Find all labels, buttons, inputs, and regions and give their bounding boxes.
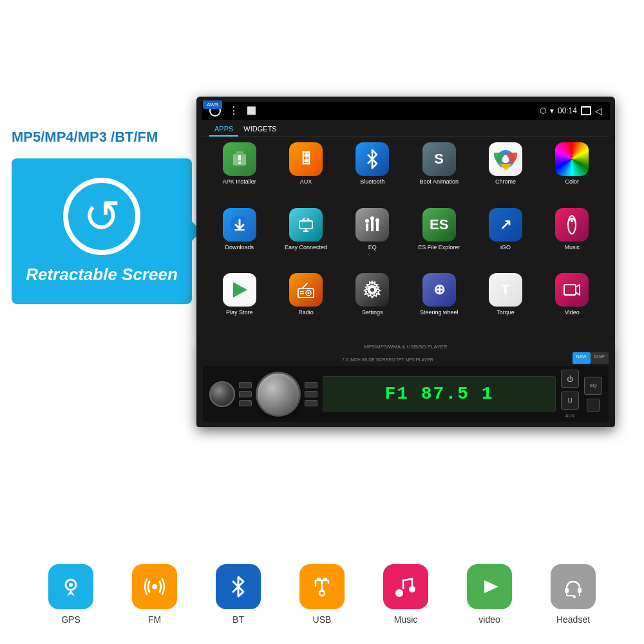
app-label-2: Bluetooth — [360, 178, 384, 185]
aws-badge[interactable]: AWS — [203, 100, 222, 109]
svg-rect-27 — [564, 285, 576, 295]
window-icon[interactable] — [581, 106, 591, 115]
app-label-8: EQ — [368, 244, 377, 251]
app-item-radio[interactable]: Radio — [274, 273, 337, 335]
svg-point-6 — [502, 156, 509, 162]
menu-icon[interactable]: ⋮ — [229, 106, 239, 116]
app-label-7: Easy Connected — [285, 244, 327, 251]
disp-button[interactable]: DISP — [591, 352, 609, 364]
app-item-steering-wheel[interactable]: ⊕Steering wheel — [408, 273, 470, 335]
app-item-igo[interactable]: ↗iGO — [474, 208, 536, 270]
unit-icon-buttons: ⏻ U AUX — [561, 370, 579, 418]
app-item-color[interactable]: Color — [541, 142, 603, 204]
tab-widgets[interactable]: WIDGETS — [238, 122, 281, 137]
svg-point-29 — [69, 583, 73, 587]
app-item-downloads[interactable]: Downloads — [208, 208, 270, 270]
feature-item-fm: FM — [132, 564, 177, 625]
func-button-1[interactable] — [239, 382, 252, 388]
toggle-switch[interactable] — [587, 399, 600, 412]
app-item-settings[interactable]: Settings — [341, 273, 404, 335]
func-button-5[interactable] — [305, 391, 317, 397]
feature-icon-headset — [551, 564, 596, 609]
app-label-0: APK Installer — [223, 178, 256, 185]
screen-housing: ⋮ ⬜ ⬡ ▾ 00:14 ◁ APPS WIDGETS — [196, 97, 615, 340]
feature-icon-usb — [299, 564, 345, 609]
svg-rect-42 — [578, 588, 582, 593]
svg-rect-14 — [371, 220, 374, 231]
app-icon-3: S — [422, 142, 456, 176]
app-icon-10: ↗ — [489, 208, 522, 242]
svg-rect-15 — [376, 222, 379, 231]
frequency-text: F1 87.5 1 — [384, 384, 493, 404]
unit-top-label: MP5/MP3/WMA & USB/SD PLAYER — [203, 344, 609, 350]
app-item-music[interactable]: Music — [541, 208, 603, 270]
app-item-bluetooth[interactable]: Bluetooth — [341, 142, 404, 204]
feature-label-bt: BT — [232, 614, 244, 625]
navi-button[interactable]: NAVI — [573, 352, 591, 364]
app-item-apk-installer[interactable]: APK Installer — [208, 142, 270, 204]
func-button-2[interactable] — [239, 391, 252, 397]
feature-label-video: video — [478, 614, 500, 625]
app-label-9: ES File Explorer — [418, 244, 460, 251]
func-button-6[interactable] — [305, 400, 317, 406]
feature-icon-gps — [48, 564, 93, 609]
app-icon-11 — [555, 208, 589, 242]
feature-item-usb: USB — [299, 564, 345, 625]
app-item-video[interactable]: Video — [541, 273, 603, 335]
svg-point-26 — [370, 287, 375, 292]
screenshot-icon[interactable]: ⬜ — [247, 106, 256, 115]
app-icon-8 — [355, 208, 389, 242]
app-label-17: Video — [565, 309, 580, 316]
tab-apps[interactable]: APPS — [209, 122, 238, 137]
unit-center-label: 7.0 INCH WLDE SCREEN TFT MP5 PLAYER — [342, 357, 433, 362]
feature-icon-bt — [216, 564, 261, 609]
app-icon-14 — [355, 273, 389, 307]
app-label-4: Chrome — [495, 178, 516, 185]
retractable-label: Retractable Screen — [24, 265, 179, 285]
status-right: ⬡ ▾ 00:14 ◁ — [540, 106, 602, 116]
app-item-torque[interactable]: TTorque — [474, 273, 536, 335]
main-knob[interactable] — [256, 372, 301, 417]
knob-area — [209, 372, 317, 417]
func-button-4[interactable] — [305, 382, 317, 388]
app-icon-4 — [489, 142, 522, 176]
func-button-3[interactable] — [239, 400, 252, 406]
small-knob[interactable] — [209, 381, 235, 407]
feature-label-headset: Headset — [556, 614, 590, 625]
app-label-3: Boot Animation — [419, 178, 459, 185]
app-item-boot-animation[interactable]: SBoot Animation — [408, 142, 470, 204]
svg-point-38 — [409, 586, 415, 592]
app-label-13: Radio — [298, 309, 314, 316]
unit-icon-2[interactable]: U — [561, 392, 579, 410]
feature-label-music: Music — [394, 614, 418, 625]
svg-point-35 — [319, 591, 325, 596]
app-label-15: Steering wheel — [420, 309, 459, 316]
svg-point-2 — [238, 162, 241, 164]
app-label-12: Play Store — [226, 309, 253, 316]
app-icon-12 — [223, 273, 256, 307]
retractable-arrow-icon — [63, 178, 140, 255]
svg-point-17 — [370, 216, 374, 220]
feature-item-gps: GPS — [48, 564, 93, 625]
status-bar: ⋮ ⬜ ⬡ ▾ 00:14 ◁ — [202, 102, 610, 120]
app-item-eq[interactable]: EQ — [341, 208, 404, 270]
app-icon-15: ⊕ — [422, 273, 456, 307]
app-item-play-store[interactable]: Play Store — [208, 273, 270, 335]
app-label-14: Settings — [362, 309, 383, 316]
unit-icon-1[interactable]: ⏻ — [561, 370, 579, 388]
feature-item-headset: Headset — [551, 564, 596, 625]
back-icon[interactable]: ◁ — [595, 106, 602, 116]
unit-body: MP5/MP3/WMA & USB/SD PLAYER AWS 7.0 INCH… — [196, 340, 615, 427]
app-icon-6 — [223, 208, 256, 242]
app-item-chrome[interactable]: Chrome — [474, 142, 536, 204]
app-item-es-file-explorer[interactable]: ESES File Explorer — [408, 208, 470, 270]
sq-button[interactable]: SQ — [584, 377, 602, 395]
feature-label-gps: GPS — [61, 614, 80, 625]
svg-rect-41 — [565, 588, 569, 593]
svg-point-46 — [573, 596, 576, 598]
retractable-box: Retractable Screen — [12, 158, 192, 304]
app-item-aux[interactable]: 🎛AUX — [274, 142, 337, 204]
svg-rect-3 — [238, 155, 241, 160]
app-icon-1: 🎛 — [289, 142, 323, 176]
app-item-easy-connected[interactable]: Easy Connected — [274, 208, 337, 270]
